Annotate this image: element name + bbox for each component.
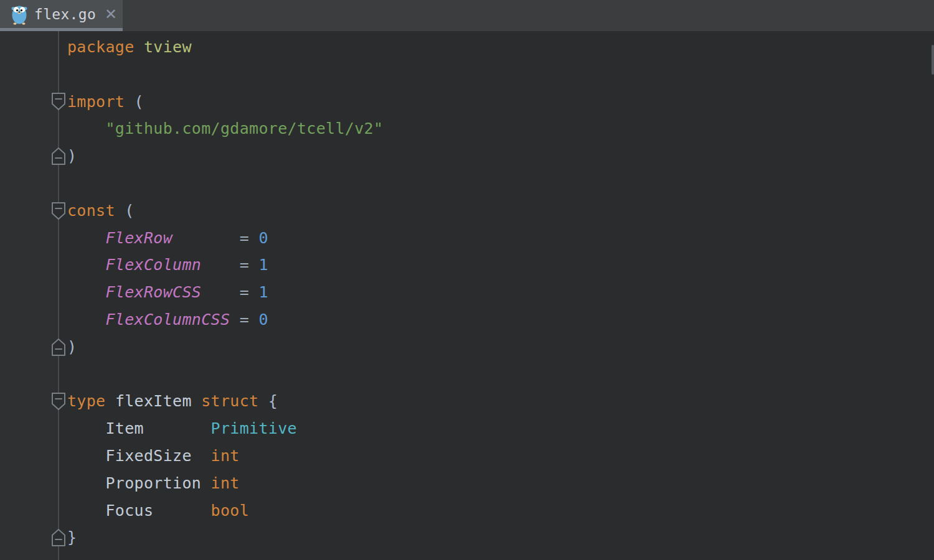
gutter-cell (0, 442, 59, 470)
gutter-cell (0, 61, 59, 88)
code-token (67, 256, 106, 274)
code-token: struct (201, 392, 258, 410)
code-line[interactable]: const ( (67, 197, 934, 225)
code-editor[interactable]: package tviewimport ( "github.com/gdamor… (0, 31, 934, 560)
code-token (125, 93, 134, 111)
code-line[interactable]: "github.com/gdamore/tcell/v2" (67, 115, 934, 142)
gutter-cell (0, 88, 59, 116)
gutter-cell (0, 251, 59, 279)
code-token: bool (211, 502, 250, 520)
code-token (192, 392, 201, 410)
gutter-cell (0, 524, 59, 551)
code-token: type (67, 392, 106, 410)
code-token: = (240, 256, 249, 274)
gutter-cell (0, 334, 59, 361)
gutter-cell (0, 115, 59, 142)
vertical-scrollbar-thumb[interactable] (932, 45, 934, 75)
code-token (144, 419, 211, 437)
code-line[interactable]: ) (67, 334, 934, 361)
code-token: Primitive (211, 419, 297, 437)
editor-tab-bar: flex.go ✕ (0, 0, 934, 31)
code-token: ( (134, 93, 144, 111)
code-token: Item (106, 419, 144, 437)
code-token (201, 256, 240, 274)
code-token: ) (67, 338, 77, 356)
code-line[interactable]: Item Primitive (67, 415, 934, 442)
code-line[interactable]: Focus bool (67, 497, 934, 525)
gutter-cell (0, 34, 59, 61)
code-line[interactable]: import ( (67, 88, 934, 116)
gutter-cell (0, 279, 59, 306)
code-token: int (211, 474, 240, 492)
go-gopher-icon (11, 4, 28, 25)
code-token (134, 38, 144, 56)
gutter-cell (0, 415, 59, 442)
code-token: 1 (258, 256, 268, 274)
code-token: Focus (106, 502, 154, 520)
code-line[interactable]: FlexColumn = 1 (67, 251, 934, 279)
code-area[interactable]: package tviewimport ( "github.com/gdamor… (59, 31, 934, 560)
code-token: 0 (258, 229, 268, 247)
code-line[interactable]: FlexColumnCSS = 0 (67, 306, 934, 334)
gutter-cells (0, 34, 59, 551)
code-line[interactable] (67, 170, 934, 197)
code-token: = (240, 310, 249, 329)
code-token: import (67, 93, 125, 111)
code-token: package (67, 38, 134, 56)
code-token (67, 502, 106, 520)
code-token: flexItem (115, 392, 192, 410)
code-token: FlexColumnCSS (106, 310, 230, 329)
code-token: = (240, 229, 249, 247)
code-token (201, 283, 240, 301)
code-line[interactable] (67, 61, 934, 88)
code-line[interactable]: Proportion int (67, 470, 934, 497)
gutter-cell (0, 197, 59, 225)
code-token (67, 447, 106, 465)
tab-flex-go[interactable]: flex.go ✕ (0, 0, 123, 28)
code-line[interactable]: package tview (67, 34, 934, 61)
code-line[interactable]: FlexRowCSS = 1 (67, 279, 934, 306)
code-token: FlexRowCSS (106, 283, 202, 301)
code-token (67, 474, 106, 492)
code-token (115, 202, 125, 220)
code-line[interactable]: FixedSize int (67, 442, 934, 470)
gutter-cell (0, 470, 59, 497)
code-token: int (211, 447, 240, 465)
code-token: FlexColumn (106, 256, 202, 274)
code-token: { (268, 392, 278, 410)
code-line[interactable]: type flexItem struct { (67, 388, 934, 415)
code-token: = (240, 283, 249, 301)
code-token: 1 (258, 283, 268, 301)
code-token (258, 392, 268, 410)
code-line[interactable]: FlexRow = 0 (67, 225, 934, 252)
code-line[interactable] (67, 361, 934, 388)
gutter-cell (0, 388, 59, 415)
tab-close-icon[interactable]: ✕ (105, 7, 117, 22)
code-token (67, 229, 106, 247)
tab-title: flex.go (34, 6, 96, 22)
code-token: ) (67, 147, 77, 165)
code-token: const (67, 202, 115, 220)
code-token (153, 502, 210, 520)
code-token (106, 392, 115, 410)
gutter-cell (0, 142, 59, 170)
code-token (201, 474, 210, 492)
code-line[interactable]: } (67, 524, 934, 551)
code-token (249, 256, 258, 274)
code-token (249, 283, 258, 301)
gutter-cell (0, 170, 59, 197)
code-token: FixedSize (106, 447, 192, 465)
code-token (249, 229, 258, 247)
gutter-cell (0, 225, 59, 252)
gutter-cell (0, 497, 59, 525)
code-token (172, 229, 240, 247)
editor-gutter (0, 31, 59, 560)
code-token (192, 447, 211, 465)
code-token: Proportion (106, 474, 202, 492)
code-token: 0 (258, 310, 268, 329)
code-token (230, 310, 239, 329)
code-token: "github.com/gdamore/tcell/v2" (106, 119, 384, 138)
gutter-cell (0, 306, 59, 334)
code-token: tview (144, 38, 192, 56)
code-line[interactable]: ) (67, 142, 934, 170)
